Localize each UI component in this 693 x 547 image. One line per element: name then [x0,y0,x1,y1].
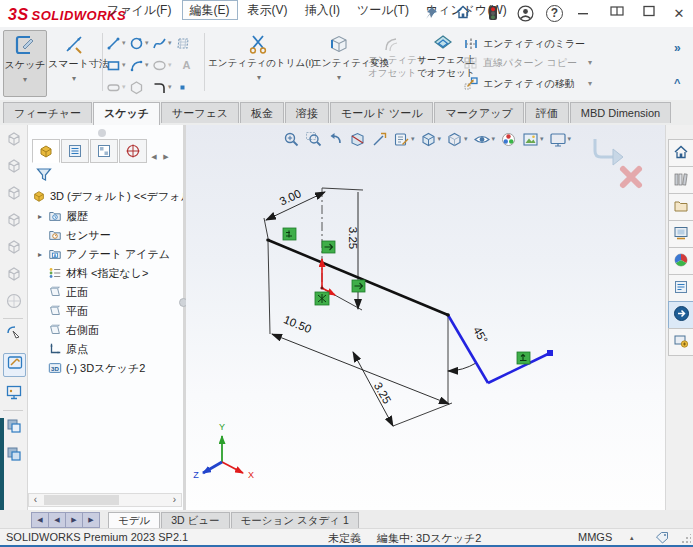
tab-weldments[interactable]: 溶接 [285,102,329,123]
dim-line-10.50[interactable] [272,334,449,404]
screen-sketch-icon[interactable] [3,383,24,405]
tree-item-history[interactable]: ▸ 履歴 [28,207,183,225]
resize-grip[interactable] [681,534,691,544]
expander-icon[interactable]: ▸ [38,246,42,264]
custom-properties-icon[interactable] [668,274,693,302]
menu-file[interactable]: ファイル(F) [100,1,178,19]
tab-mold-tools[interactable]: モールド ツール [330,102,433,123]
tag-icon[interactable] [655,531,669,546]
tree-filter-icon[interactable] [36,167,52,184]
scroll-right-icon[interactable]: › [168,494,181,506]
scrollbar-thumb[interactable] [44,495,119,505]
tab-sheet-metal[interactable]: 板金 [240,102,284,123]
tree-item-top-plane[interactable]: 平面 [28,302,183,320]
line-tool-icon[interactable]: ▾ [106,33,129,53]
tree-item-3dsketch2[interactable]: 3D (-) 3Dスケッチ2 [28,359,183,377]
rectangle-tool-icon[interactable]: ▾ [106,55,129,75]
dim-arc-45[interactable] [448,363,476,371]
help-icon[interactable]: ? [546,5,563,22]
mirror-entities-button[interactable]: エンティティのミラー [463,37,585,51]
menu-view[interactable]: 表示(V) [241,1,295,19]
convert-entities-button[interactable]: エンティティ変換 ▾ [312,30,366,95]
sketch-vertex[interactable] [446,313,450,317]
sketch-canvas[interactable]: 3.00 3.25 10.50 3.25 45° [186,125,665,510]
minimize-icon[interactable] [572,5,594,22]
tree-item-right-plane[interactable]: 右側面 [28,321,183,339]
tree-item-annotations[interactable]: ▸ A アノテート アイテム [28,245,183,263]
convert-entities-caret-icon[interactable]: ▾ [312,73,366,82]
tree-root-item[interactable]: 3D (デフォルト) <<デフォルト>_ [28,187,183,205]
tab-configuration-manager-icon[interactable] [90,139,118,163]
expander-icon[interactable]: ▸ [38,208,42,226]
ribbon-overflow-icon[interactable]: » [674,41,681,55]
layer-properties-icon[interactable] [3,417,24,439]
tab-dimxpert-manager-icon[interactable] [119,139,147,163]
tree-horizontal-scrollbar[interactable]: ‹ › [28,493,182,507]
pin-menu-icon[interactable] [424,6,438,22]
tab-scroll-left-icon[interactable]: ◀ [148,146,160,168]
tab-motion-study-1[interactable]: モーション スタディ 1 [231,512,359,528]
layer-settings-icon[interactable] [3,445,24,467]
move-entities-caret-icon[interactable]: ▾ [588,79,592,88]
close-icon[interactable]: ✕ [668,5,690,22]
constraint-badges[interactable] [283,228,530,364]
tree-item-origin[interactable]: 原点 [28,340,183,358]
units-selector[interactable]: MMGS [578,531,612,543]
performance-traffic-light-icon[interactable] [482,5,504,22]
tab-3d-views[interactable]: 3D ビュー [161,512,229,528]
3d-sketch-plane-icon[interactable] [175,33,198,53]
file-explorer-icon[interactable] [668,220,693,248]
solidworks-forum-icon[interactable] [668,301,693,329]
trim-entities-caret-icon[interactable]: ▾ [208,73,310,82]
smart-dimension-caret-icon[interactable]: ▾ [48,74,100,83]
arc-tool-icon[interactable]: ▾ [129,55,152,75]
resources-library-icon[interactable] [668,166,693,194]
sketch-line-selected[interactable] [448,315,550,383]
graphics-area[interactable]: ▾ ▾ ▾ ▾ ▾ ▾ [186,125,665,510]
edit-sketch-tool-icon[interactable] [3,353,26,377]
dimension-3.25[interactable]: 3.25 [347,227,359,249]
menu-edit[interactable]: 編集(E) [182,0,238,20]
sketch-button[interactable]: スケッチ ▾ [3,30,47,97]
tree-item-front-plane[interactable]: 正面 [28,283,183,301]
tab-mbd-dimension[interactable]: MBD Dimension [570,102,671,123]
tab-sketch[interactable]: スケッチ [93,102,160,125]
scroll-left-icon[interactable]: ‹ [29,494,42,506]
user-account-icon[interactable] [514,5,536,22]
tab-evaluate[interactable]: 評価 [525,102,569,123]
tree-item-material[interactable]: 材料 <指定なし> [28,264,183,282]
design-library-icon[interactable] [668,193,693,221]
tab-model[interactable]: モデル [108,512,160,528]
home-tab-icon[interactable] [668,139,693,167]
messages-settings-icon[interactable] [668,328,693,356]
appearances-scenes-icon[interactable] [668,247,693,275]
tab-scroll-right-icon[interactable]: ▶ [160,146,172,168]
sketch-caret-icon[interactable]: ▾ [4,75,46,84]
move-entities-button[interactable]: エンティティの移動 [463,76,575,91]
fillet-tool-icon[interactable]: ▾ [152,77,175,97]
tab-nav-prev-icon[interactable]: ◀ [48,512,66,528]
ribbon-collapse-icon[interactable]: ^ [674,77,680,89]
units-caret-icon[interactable]: ▴ [630,534,634,542]
maximize-icon[interactable] [638,5,660,22]
spline-tool-icon[interactable]: ▾ [152,33,175,53]
panel-drag-handle[interactable] [98,129,106,137]
tab-surfaces[interactable]: サーフェス [161,102,239,123]
sketch-vertex[interactable] [266,238,270,242]
trim-entities-button[interactable]: エンティティのトリム(I) ▾ [208,30,310,95]
dimension-45deg[interactable]: 45° [471,324,490,345]
restore-window-icon[interactable] [606,5,628,22]
dimension-10.50[interactable]: 10.50 [282,313,313,335]
point-tool-icon[interactable] [175,77,198,97]
tab-nav-first-icon[interactable]: ◀ [31,512,49,528]
menu-insert[interactable]: 挿入(I) [298,1,347,19]
sketch-entity-edit-icon[interactable] [3,323,24,345]
smart-dimension-button[interactable]: スマート寸法 ▾ [48,30,100,95]
tree-item-sensors[interactable]: センサー [28,226,183,244]
tab-nav-next-icon[interactable]: ▶ [65,512,83,528]
tab-features[interactable]: フィーチャー [3,102,92,123]
tab-feature-tree-icon[interactable] [32,139,60,163]
tab-property-manager-icon[interactable] [61,139,89,163]
tab-markup[interactable]: マークアップ [434,102,523,123]
sketch-endpoint[interactable] [547,350,553,356]
